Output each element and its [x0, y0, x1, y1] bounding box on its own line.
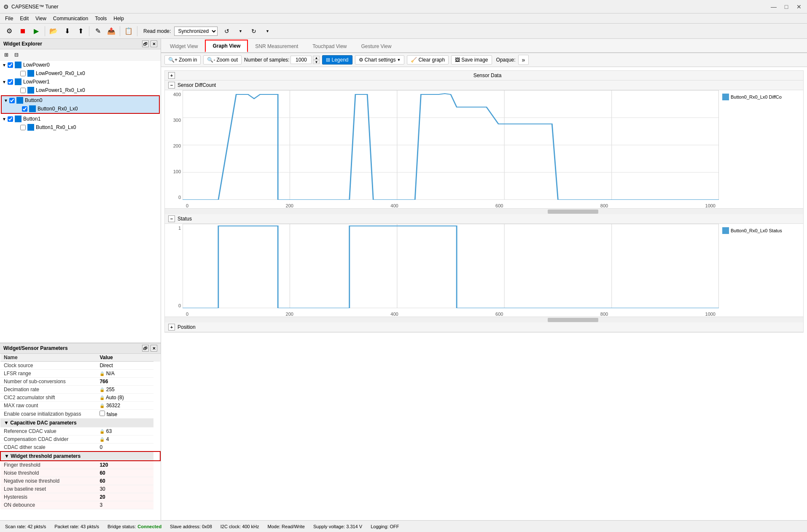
- menu-file[interactable]: File: [2, 15, 16, 22]
- download-button[interactable]: ⬇: [61, 25, 73, 37]
- tree-item-button0-rx[interactable]: Button0_Rx0_Lx0: [2, 105, 159, 113]
- param-value: 0: [96, 443, 153, 452]
- app-icon: ⚙: [3, 3, 9, 10]
- graph-toolbar: 🔍+ Zoom in 🔍- Zoom out Number of samples…: [161, 53, 807, 67]
- menu-communication[interactable]: Communication: [50, 15, 91, 22]
- position-expand-button[interactable]: +: [168, 324, 175, 330]
- tab-widget-view[interactable]: Widget View: [163, 40, 205, 52]
- tab-touchpad[interactable]: Touchpad View: [305, 40, 354, 52]
- stop-button[interactable]: ⏹: [17, 25, 29, 37]
- status-scrollbar[interactable]: [165, 317, 803, 322]
- diff-scrollbar[interactable]: [165, 208, 803, 214]
- widget-explorer-title: Widget Explorer: [3, 41, 42, 47]
- button0-rx-checkbox[interactable]: [22, 106, 27, 112]
- button1-label: Button1: [23, 116, 40, 122]
- open-button[interactable]: 📂: [48, 25, 59, 37]
- spin-up-button[interactable]: ▲: [313, 56, 320, 60]
- sensor-data-expand-button[interactable]: +: [168, 72, 175, 79]
- lowpower0-rx-label: LowPower0_Rx0_Lx0: [36, 70, 85, 76]
- params-title: Widget/Sensor Parameters: [3, 345, 68, 351]
- params-close-button[interactable]: ✕: [151, 345, 157, 352]
- separator-3: [120, 26, 120, 36]
- params-panel: Widget/Sensor Parameters 🗗 ✕ Name Value: [0, 343, 161, 520]
- edit-button[interactable]: ✎: [92, 25, 104, 37]
- lowpower0-rx-checkbox[interactable]: [20, 71, 26, 76]
- tab-gesture[interactable]: Gesture View: [354, 40, 399, 52]
- param-name: Low baseline reset: [0, 485, 96, 493]
- tree-item-lowpower1[interactable]: ▼ LowPower1: [0, 78, 161, 86]
- gear-icon[interactable]: ⚙: [3, 25, 15, 37]
- legend-button[interactable]: ⊞ Legend: [322, 55, 352, 64]
- close-panel-button[interactable]: ✕: [151, 40, 157, 47]
- undo-dropdown[interactable]: ▼: [234, 25, 246, 37]
- redo-button[interactable]: ↻: [248, 25, 260, 37]
- collapse-all-icon[interactable]: ⊟: [12, 50, 21, 59]
- param-name: LFSR range: [0, 370, 96, 378]
- diff-scrollbar-thumb[interactable]: [548, 210, 598, 214]
- tab-snr[interactable]: SNR Measurement: [248, 40, 305, 52]
- read-mode-label: Read mode:: [143, 28, 171, 34]
- samples-input[interactable]: [291, 56, 312, 64]
- titlebar: ⚙ CAPSENSE™ Tuner — □ ✕: [0, 0, 807, 13]
- lowpower1-label: LowPower1: [23, 79, 50, 85]
- save-image-button[interactable]: 🖼 Save image: [451, 55, 492, 64]
- lowpower0-checkbox[interactable]: [8, 62, 13, 68]
- read-mode-select[interactable]: Synchronized Continuous Single: [174, 27, 218, 36]
- y-axis-diff: 400 300 200 100 0: [165, 90, 183, 200]
- chart-settings-button[interactable]: ⚙ Chart settings ▼: [355, 55, 405, 64]
- lowpower1-rx-checkbox[interactable]: [20, 88, 26, 93]
- zoom-out-button[interactable]: 🔍- Zoom out: [203, 55, 242, 64]
- upload-button[interactable]: ⬆: [75, 25, 86, 37]
- menu-tools[interactable]: Tools: [91, 15, 110, 22]
- opaque-label: Opaque:: [496, 57, 516, 63]
- redo-dropdown[interactable]: ▼: [261, 25, 273, 37]
- tree-item-lowpower1-rx[interactable]: LowPower1_Rx0_Lx0: [0, 86, 161, 94]
- tab-graph-view[interactable]: Graph View: [205, 40, 248, 52]
- sensor-data-label: Sensor Data: [175, 73, 800, 78]
- minimize-button[interactable]: —: [769, 2, 778, 11]
- menu-view[interactable]: View: [32, 15, 50, 22]
- more-options-button[interactable]: »: [518, 55, 529, 65]
- lowpower1-checkbox[interactable]: [8, 79, 13, 85]
- menu-help[interactable]: Help: [110, 15, 127, 22]
- coarse-bypass-checkbox[interactable]: [100, 411, 105, 416]
- restore-button[interactable]: 🗗: [142, 40, 149, 47]
- close-button[interactable]: ✕: [794, 2, 804, 11]
- export-button[interactable]: 📤: [105, 25, 117, 37]
- undo-button[interactable]: ↺: [221, 25, 233, 37]
- position-header: + Position: [165, 322, 803, 332]
- status-scrollbar-thumb[interactable]: [548, 318, 598, 322]
- table-row: Enable coarse initialization bypass fals…: [0, 410, 160, 419]
- param-value: 🔒 36322: [96, 402, 153, 410]
- mode-value: Mode: Read/Write: [267, 524, 304, 529]
- diff-count-collapse-button[interactable]: −: [168, 82, 175, 89]
- zoom-in-button[interactable]: 🔍+ Zoom in: [164, 55, 201, 64]
- col-resize[interactable]: [153, 354, 160, 362]
- button1-rx-checkbox[interactable]: [20, 125, 26, 130]
- section-label: ▼ Capacitive DAC parameters: [0, 419, 153, 427]
- status-collapse-button[interactable]: −: [168, 215, 175, 222]
- tree-item-button0[interactable]: ▼ Button0: [2, 96, 159, 105]
- maximize-button[interactable]: □: [782, 2, 791, 11]
- x-label: 200: [286, 312, 293, 317]
- expand-all-icon[interactable]: ⊞: [2, 50, 11, 59]
- menu-edit[interactable]: Edit: [16, 15, 32, 22]
- params-restore-button[interactable]: 🗗: [142, 345, 149, 352]
- widget-icon: [15, 116, 22, 122]
- tree-item-button1-rx[interactable]: Button1_Rx0_Lx0: [0, 123, 161, 132]
- button1-checkbox[interactable]: [8, 116, 13, 122]
- clear-graph-button[interactable]: 🧹 Clear graph: [407, 55, 449, 64]
- tree-item-lowpower0[interactable]: ▼ LowPower0: [0, 61, 161, 69]
- tree-item-lowpower0-rx[interactable]: LowPower0_Rx0_Lx0: [0, 69, 161, 78]
- tree-item-button1[interactable]: ▼ Button1: [0, 115, 161, 123]
- status-svg: [183, 224, 719, 308]
- spin-down-button[interactable]: ▼: [313, 60, 320, 64]
- supply-voltage-value: Supply voltage: 3.314 V: [313, 524, 362, 529]
- button0-checkbox[interactable]: [9, 98, 15, 103]
- legend-color-diff: [722, 94, 729, 100]
- lowpower0-label: LowPower0: [23, 62, 50, 68]
- template-button[interactable]: 📋: [123, 25, 134, 37]
- play-button[interactable]: ▶: [30, 25, 42, 37]
- titlebar-controls: — □ ✕: [769, 2, 804, 11]
- param-name: CDAC dither scale: [0, 443, 96, 452]
